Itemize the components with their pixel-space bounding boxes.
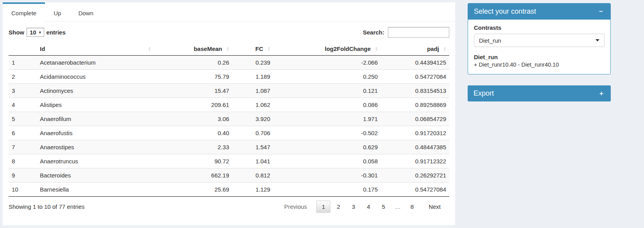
cell-log2foldchange: 0.175	[273, 183, 381, 197]
search-input[interactable]	[388, 27, 449, 38]
contrasts-label: Contrasts	[474, 24, 605, 31]
caret-down-icon: ▼	[38, 31, 42, 34]
cell-basemean: 2.33	[154, 140, 232, 154]
row-number: 6	[9, 126, 37, 140]
header-rownum	[9, 42, 37, 56]
table-row[interactable]: 4 Alistipes 209.61 1.062 0.086 0.8925886…	[9, 98, 449, 112]
cell-id: Barnesiella	[37, 183, 154, 197]
header-padj-label: padj	[427, 45, 439, 52]
contrast-description-title: Diet_run	[474, 54, 605, 60]
table-info: Showing 1 to 10 of 77 entries	[9, 203, 84, 210]
cell-id: Anaerostipes	[37, 140, 154, 154]
results-table: Id baseMean FC log2FoldChange	[9, 42, 449, 197]
row-number: 2	[9, 70, 37, 84]
table-row[interactable]: 5 Anaerofilum 3.06 3.920 1.971 0.0685472…	[9, 112, 449, 126]
contrast-panel-title: Select your contrast	[474, 7, 536, 16]
cell-basemean: 15.47	[154, 84, 232, 98]
show-label: Show	[9, 29, 24, 36]
cell-fc: 1.189	[232, 70, 273, 84]
header-basemean-label: baseMean	[194, 45, 222, 52]
page-button-4[interactable]: 4	[361, 201, 375, 213]
cell-id: Anaerofustis	[37, 126, 154, 140]
expand-plus-icon[interactable]: +	[598, 89, 605, 98]
cell-log2foldchange: 0.250	[273, 70, 381, 84]
cell-fc: 1.062	[232, 98, 273, 112]
page-button-1[interactable]: 1	[316, 201, 330, 213]
cell-basemean: 90.72	[154, 154, 232, 168]
page-length-select[interactable]: 10 ▼	[27, 28, 44, 37]
cell-padj: 0.48447385	[381, 140, 449, 154]
cell-id: Anaerofilum	[37, 112, 154, 126]
page-button-2[interactable]: 2	[331, 201, 345, 213]
cell-basemean: 75.79	[154, 70, 232, 84]
header-log2foldchange[interactable]: log2FoldChange	[273, 42, 381, 56]
tab-up[interactable]: Up	[45, 2, 70, 21]
header-log2foldchange-label: log2FoldChange	[325, 45, 371, 52]
cell-fc: 3.920	[232, 112, 273, 126]
table-controls: Show 10 ▼ entries Search:	[9, 27, 449, 38]
cell-padj: 0.26292721	[381, 168, 449, 183]
header-fc-label: FC	[255, 45, 263, 52]
table-row[interactable]: 8 Anaerotruncus 90.72 1.041 0.058 0.9171…	[9, 154, 449, 168]
row-number: 9	[9, 168, 37, 183]
cell-fc: 1.129	[232, 183, 273, 197]
page-length-control: Show 10 ▼ entries	[9, 28, 66, 37]
table-row[interactable]: 10 Barnesiella 25.69 1.129 0.175 0.54727…	[9, 183, 449, 197]
header-padj[interactable]: padj	[381, 42, 449, 56]
cell-fc: 1.041	[232, 154, 273, 168]
header-basemean[interactable]: baseMean	[154, 42, 232, 56]
sort-icon	[226, 47, 229, 51]
table-row[interactable]: 6 Anaerofustis 0.40 0.706 -0.502 0.91720…	[9, 126, 449, 140]
caret-down-icon	[596, 39, 599, 42]
contrast-panel-body: Contrasts Diet_run Diet_run + Diet_runr1…	[468, 20, 610, 74]
row-number: 5	[9, 112, 37, 126]
previous-page-button[interactable]: Previous	[279, 201, 312, 213]
sort-icon	[148, 47, 151, 51]
cell-id: Acetanaerobacterium	[37, 56, 154, 70]
search-control: Search:	[363, 27, 449, 38]
row-number: 7	[9, 140, 37, 154]
cell-log2foldchange: -0.502	[273, 126, 381, 140]
row-number: 8	[9, 154, 37, 168]
search-label: Search:	[363, 29, 384, 36]
cell-log2foldchange: 1.971	[273, 112, 381, 126]
pagination: Previous 1 2 3 4 5 … 8 Next	[278, 201, 446, 213]
next-page-button[interactable]: Next	[423, 201, 446, 213]
contrast-panel: Select your contrast − Contrasts Diet_ru…	[468, 3, 611, 74]
cell-basemean: 0.26	[154, 56, 232, 70]
page: Complete Up Down Show 10 ▼ entries Searc…	[0, 0, 644, 225]
contrast-select[interactable]: Diet_run	[474, 34, 605, 47]
header-id[interactable]: Id	[37, 42, 154, 56]
table-row[interactable]: 9 Bacteroides 662.19 0.812 -0.301 0.2629…	[9, 168, 449, 183]
table-header-row: Id baseMean FC log2FoldChange	[9, 42, 449, 56]
cell-log2foldchange: -2.066	[273, 56, 381, 70]
contrast-description: + Diet_runr10.40 - Diet_runr40.10	[474, 62, 605, 68]
cell-padj: 0.91720312	[381, 126, 449, 140]
tab-bar: Complete Up Down	[3, 2, 455, 22]
cell-padj: 0.06854729	[381, 112, 449, 126]
table-row[interactable]: 7 Anaerostipes 2.33 1.547 0.629 0.484473…	[9, 140, 449, 154]
row-number: 1	[9, 56, 37, 70]
collapse-minus-icon[interactable]: −	[597, 7, 605, 16]
header-id-label: Id	[40, 45, 45, 52]
cell-padj: 0.54727084	[381, 70, 449, 84]
tab-complete[interactable]: Complete	[3, 2, 45, 22]
cell-id: Alistipes	[37, 98, 154, 112]
results-panel: Complete Up Down Show 10 ▼ entries Searc…	[3, 2, 455, 225]
table-row[interactable]: 2 Acidaminococcus 75.79 1.189 0.250 0.54…	[9, 70, 449, 84]
table-row[interactable]: 1 Acetanaerobacterium 0.26 0.239 -2.066 …	[9, 56, 449, 70]
cell-padj: 0.54727084	[381, 183, 449, 197]
contrast-panel-header: Select your contrast −	[468, 4, 610, 20]
cell-id: Actinomyces	[37, 84, 154, 98]
cell-padj: 0.44394125	[381, 56, 449, 70]
export-panel: Export +	[468, 85, 611, 101]
page-button-8[interactable]: 8	[405, 201, 419, 213]
sort-icon	[443, 47, 446, 51]
sort-icon	[375, 47, 378, 51]
table-row[interactable]: 3 Actinomyces 15.47 1.087 0.121 0.831545…	[9, 84, 449, 98]
tab-down[interactable]: Down	[70, 2, 102, 21]
page-button-5[interactable]: 5	[376, 201, 390, 213]
cell-padj: 0.91712322	[381, 154, 449, 168]
header-fc[interactable]: FC	[232, 42, 273, 56]
page-button-3[interactable]: 3	[346, 201, 361, 213]
